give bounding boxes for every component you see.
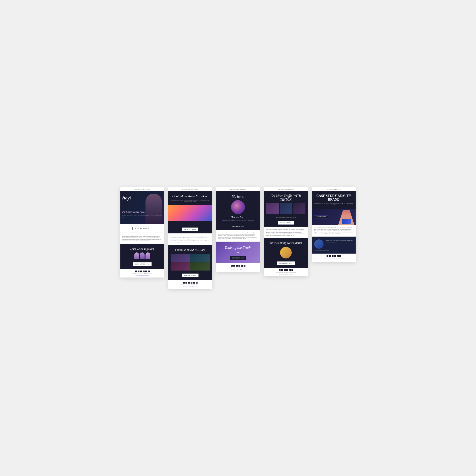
email-3-body: Lorem ipsum dolor sit amet, consectetur … <box>216 230 260 241</box>
book-free-call-button[interactable]: BOOK A FREE CALL <box>133 262 152 266</box>
star-icon: ✦ <box>219 251 257 254</box>
insta-photo-1 <box>170 254 190 262</box>
email-card-2: THE SOCIAL MEDIA CEO Don't Make these Mi… <box>168 187 212 289</box>
email-2-instagram: Follow us on INSTAGRAM SEE THE LATEST <box>168 245 212 280</box>
insta-photo-4 <box>190 262 210 271</box>
pinterest-icon[interactable]: p <box>193 282 195 284</box>
email-logo-3: THE SOCIAL MEDIA CEO <box>216 187 260 191</box>
social-icons-row: f i t y p l <box>170 282 210 284</box>
shoe-image <box>342 219 351 224</box>
instagram-icon[interactable]: i <box>329 255 331 257</box>
email-4-cta: Now Booking New Clients SCHEDULE A CALL <box>264 238 308 268</box>
email-2-gradient <box>168 205 212 221</box>
email-5-quote: "Working with The Social Media CEO was t… <box>312 237 356 254</box>
email-1-hero: hey! I'm happy you're here. THANKS FOR S… <box>120 191 164 224</box>
photo-3 <box>293 203 306 214</box>
insta-photo-2 <box>190 254 210 262</box>
email-4-photos <box>266 203 306 214</box>
pinterest-icon[interactable]: p <box>289 269 291 271</box>
email-4-footer: f i t y p l 1746 S. Victory Blvd. Glenda… <box>264 268 308 276</box>
email-3-hero: It's here. Get excited! YOUR FREE SOCIAL… <box>216 191 260 230</box>
email-4-hero: Get More Traffic WITH TIKTOK THIS FULL S… <box>264 191 308 227</box>
instagram-icon[interactable]: i <box>186 282 187 284</box>
email-card-3: THE SOCIAL MEDIA CEO It's here. Get exci… <box>216 187 260 272</box>
social-icons-row: f i t y p l <box>266 269 306 271</box>
pinterest-icon[interactable]: p <box>145 271 147 272</box>
insta-photo-3 <box>170 262 190 271</box>
schedule-call-button[interactable]: SCHEDULE A CALL <box>277 261 295 265</box>
email-2-body: Lorem ipsum dolor sit amet, consectetur … <box>168 234 212 245</box>
email-1-body: Lorem ipsum dolor sit amet, consectetur … <box>120 232 164 244</box>
linkedin-icon[interactable]: l <box>339 255 341 257</box>
email-card-1: THE SOCIAL MEDIA CEO hey! I'm happy you'… <box>120 187 164 278</box>
facebook-icon[interactable]: f <box>231 265 233 267</box>
twitter-icon[interactable]: t <box>236 265 238 267</box>
gradient-blob <box>280 247 292 258</box>
email-1-btn-section: VISIT THE WEBSITE <box>120 224 164 232</box>
social-icons-row: f i t y p l <box>314 255 354 257</box>
email-5-shoe-area: DOWNLOAD NOW <box>312 209 356 225</box>
email-logo-1: THE SOCIAL MEDIA CEO <box>120 187 164 191</box>
arch-1 <box>134 252 139 259</box>
arch-3 <box>146 252 150 259</box>
email-2-btn-row: READ THE BLOG <box>168 226 212 233</box>
twitter-icon[interactable]: t <box>332 255 334 257</box>
photo-2 <box>280 203 292 214</box>
email-1-footer: f i t y p l 1746 S. Victory Blvd. Glenda… <box>120 269 164 277</box>
instagram-icon[interactable]: i <box>233 265 235 267</box>
email-2-arrow: ↓ <box>168 221 212 226</box>
download-now-button-1[interactable]: DOWNLOAD NOW <box>230 224 247 228</box>
youtube-icon[interactable]: y <box>238 265 240 267</box>
download-now-button[interactable]: DOWNLOAD NOW <box>314 215 328 219</box>
twitter-icon[interactable]: t <box>140 271 142 272</box>
social-icons-row: f i t y p l <box>218 265 258 267</box>
twitter-icon[interactable]: t <box>188 282 190 284</box>
instagram-grid <box>170 254 210 271</box>
email-1-text-overlay: hey! I'm happy you're here. THANKS FOR S… <box>122 195 164 218</box>
email-logo-2: THE SOCIAL MEDIA CEO <box>168 187 212 191</box>
photo-1 <box>266 203 279 214</box>
email-5-body: Lorem ipsum dolor sit amet, consectetur … <box>312 225 356 236</box>
facebook-icon[interactable]: f <box>279 269 281 271</box>
email-3-tools: Tools of the Trade ✦ DOWNLOAD NOW <box>216 242 260 263</box>
linkedin-icon[interactable]: l <box>244 265 245 267</box>
email-card-5: THE SOCIAL MEDIA CEO CASE STUDY Beauty B… <box>312 187 356 262</box>
email-5-hero: CASE STUDY Beauty Brand HOW WE HELPED OU… <box>312 191 356 209</box>
youtube-icon[interactable]: y <box>286 269 288 271</box>
email-3-circle-image <box>231 200 245 214</box>
read-blog-button[interactable]: READ THE BLOG <box>182 227 199 231</box>
visit-website-button[interactable]: VISIT THE WEBSITE <box>133 227 152 230</box>
quote-person-image <box>314 239 323 249</box>
emails-container: THE SOCIAL MEDIA CEO hey! I'm happy you'… <box>120 187 356 289</box>
social-icons-row: f i t y p l <box>122 271 162 272</box>
email-5-footer: f i t y p l 1746 S. Victory Blvd. Glenda… <box>312 254 356 262</box>
email-logo-4: THE SOCIAL MEDIA CEO <box>264 187 308 191</box>
see-latest-button[interactable]: SEE THE LATEST <box>182 273 199 277</box>
pinterest-icon[interactable]: p <box>241 265 243 267</box>
linkedin-icon[interactable]: l <box>196 282 198 284</box>
email-3-footer: f i t y p l 1746 S. Victory Blvd. Glenda… <box>216 263 260 272</box>
linkedin-icon[interactable]: l <box>291 269 293 271</box>
work-with-us-button[interactable]: WORK WITH US <box>278 221 294 225</box>
facebook-icon[interactable]: f <box>135 271 137 272</box>
arch-shapes <box>123 252 162 259</box>
email-1-cta: Let's Work Together BOOK A FREE CALL <box>120 244 164 269</box>
instagram-icon[interactable]: i <box>137 271 139 272</box>
arch-2 <box>140 252 145 259</box>
email-2-footer: f i t y p l 1746 S. Victory Blvd. Glenda… <box>168 280 212 289</box>
instagram-icon[interactable]: i <box>281 269 283 271</box>
email-logo-5: THE SOCIAL MEDIA CEO <box>312 187 356 191</box>
facebook-icon[interactable]: f <box>326 255 328 257</box>
twitter-icon[interactable]: t <box>284 269 286 271</box>
email-4-body: Lorem ipsum dolor sit amet, consectetur … <box>264 227 308 238</box>
pinterest-icon[interactable]: p <box>337 255 339 257</box>
youtube-icon[interactable]: y <box>191 282 192 284</box>
email-1-hero-bg: hey! I'm happy you're here. THANKS FOR S… <box>120 191 164 224</box>
linkedin-icon[interactable]: l <box>148 271 150 272</box>
youtube-icon[interactable]: y <box>143 271 145 272</box>
email-2-hero: Don't Make these Mistakes. 5 COMMON BLUN… <box>168 191 212 205</box>
download-now-button-2[interactable]: DOWNLOAD NOW <box>230 256 247 260</box>
youtube-icon[interactable]: y <box>334 255 336 257</box>
email-card-4: THE SOCIAL MEDIA CEO Get More Traffic WI… <box>264 187 308 276</box>
facebook-icon[interactable]: f <box>183 282 185 284</box>
